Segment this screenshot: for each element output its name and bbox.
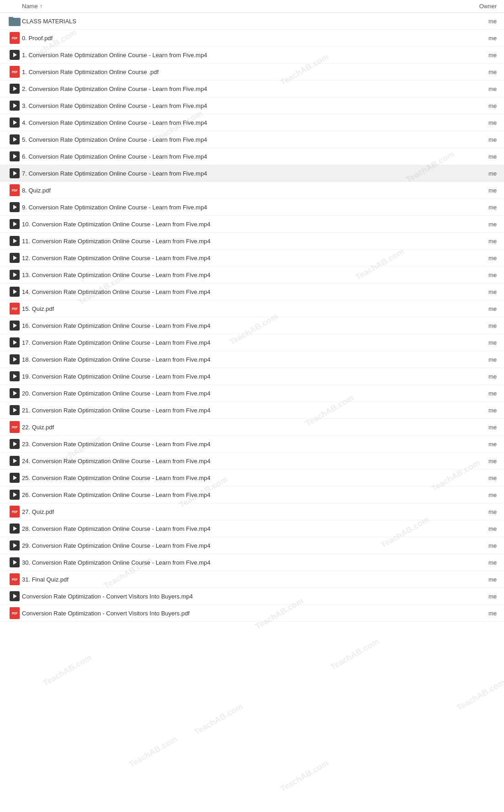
list-item[interactable]: 6. Conversion Rate Optimization Online C… (0, 148, 504, 165)
list-item[interactable]: 20. Conversion Rate Optimization Online … (0, 385, 504, 402)
list-item[interactable]: 25. Conversion Rate Optimization Online … (0, 470, 504, 486)
file-name: 17. Conversion Rate Optimization Online … (22, 339, 460, 346)
owner-cell: me (460, 18, 497, 25)
list-item[interactable]: 13. Conversion Rate Optimization Online … (0, 267, 504, 283)
file-name: 13. Conversion Rate Optimization Online … (22, 272, 460, 278)
video-icon (7, 219, 22, 229)
list-item[interactable]: 11. Conversion Rate Optimization Online … (0, 233, 504, 250)
owner-cell: me (460, 491, 497, 498)
list-item[interactable]: PDF15. Quiz.pdfme (0, 300, 504, 317)
list-item[interactable]: Conversion Rate Optimization - Convert V… (0, 588, 504, 605)
list-item[interactable]: 30. Conversion Rate Optimization Online … (0, 554, 504, 571)
owner-cell: me (460, 102, 497, 109)
list-item[interactable]: 2. Conversion Rate Optimization Online C… (0, 80, 504, 97)
list-item[interactable]: 5. Conversion Rate Optimization Online C… (0, 131, 504, 148)
file-name: Conversion Rate Optimization - Convert V… (22, 610, 460, 617)
video-icon (7, 253, 22, 263)
video-icon (7, 524, 22, 534)
list-item[interactable]: CLASS MATERIALSme (0, 13, 504, 30)
owner-cell: me (460, 424, 497, 431)
list-item[interactable]: 21. Conversion Rate Optimization Online … (0, 402, 504, 419)
list-item[interactable]: PDF27. Quiz.pdfme (0, 503, 504, 520)
pdf-icon: PDF (7, 184, 22, 196)
list-item[interactable]: 19. Conversion Rate Optimization Online … (0, 368, 504, 385)
owner-cell: me (460, 35, 497, 42)
list-item[interactable]: 26. Conversion Rate Optimization Online … (0, 486, 504, 503)
file-name: 21. Conversion Rate Optimization Online … (22, 407, 460, 414)
list-item[interactable]: 14. Conversion Rate Optimization Online … (0, 283, 504, 300)
file-name: 28. Conversion Rate Optimization Online … (22, 525, 460, 532)
list-item[interactable]: PDF31. Final Quiz.pdfme (0, 571, 504, 588)
list-item[interactable]: 24. Conversion Rate Optimization Online … (0, 453, 504, 470)
list-item[interactable]: PDF0. Proof.pdfme (0, 30, 504, 47)
list-item[interactable]: 9. Conversion Rate Optimization Online C… (0, 199, 504, 216)
list-item[interactable]: 16. Conversion Rate Optimization Online … (0, 317, 504, 334)
sort-arrow-icon[interactable]: ↑ (40, 3, 42, 10)
video-icon (7, 151, 22, 161)
file-name: 15. Quiz.pdf (22, 305, 460, 312)
file-name: 10. Conversion Rate Optimization Online … (22, 221, 460, 228)
file-name: Conversion Rate Optimization - Convert V… (22, 593, 460, 600)
owner-cell: me (460, 69, 497, 75)
file-name: 29. Conversion Rate Optimization Online … (22, 542, 460, 549)
owner-cell: me (460, 119, 497, 126)
owner-cell: me (460, 475, 497, 481)
list-item[interactable]: 28. Conversion Rate Optimization Online … (0, 520, 504, 537)
list-item[interactable]: PDF8. Quiz.pdfme (0, 182, 504, 199)
owner-cell: me (460, 204, 497, 211)
file-name: 25. Conversion Rate Optimization Online … (22, 475, 460, 481)
list-item[interactable]: 17. Conversion Rate Optimization Online … (0, 334, 504, 351)
header-name-label: Name (22, 3, 38, 10)
file-name: 11. Conversion Rate Optimization Online … (22, 238, 460, 245)
file-name: 0. Proof.pdf (22, 35, 460, 42)
file-name: 14. Conversion Rate Optimization Online … (22, 288, 460, 295)
file-name: 16. Conversion Rate Optimization Online … (22, 322, 460, 329)
list-item[interactable]: 12. Conversion Rate Optimization Online … (0, 250, 504, 267)
header-name[interactable]: Name ↑ (22, 3, 460, 10)
owner-cell: me (460, 407, 497, 414)
file-name: 23. Conversion Rate Optimization Online … (22, 441, 460, 448)
video-icon (7, 321, 22, 331)
pdf-icon: PDF (7, 421, 22, 433)
list-item[interactable]: 10. Conversion Rate Optimization Online … (0, 216, 504, 233)
file-name: 1. Conversion Rate Optimization Online C… (22, 69, 460, 75)
list-item[interactable]: PDF22. Quiz.pdfme (0, 419, 504, 436)
list-item[interactable]: 4. Conversion Rate Optimization Online C… (0, 114, 504, 131)
file-name: 30. Conversion Rate Optimization Online … (22, 559, 460, 566)
owner-cell: me (460, 576, 497, 583)
owner-cell: me (460, 559, 497, 566)
owner-cell: me (460, 272, 497, 278)
folder-icon (7, 16, 22, 26)
owner-cell: me (460, 525, 497, 532)
svg-rect-2 (9, 17, 13, 19)
owner-cell: me (460, 508, 497, 515)
owner-cell: me (460, 85, 497, 92)
list-item[interactable]: 7. Conversion Rate Optimization Online C… (0, 165, 504, 182)
owner-cell: me (460, 221, 497, 228)
list-item[interactable]: PDFConversion Rate Optimization - Conver… (0, 605, 504, 622)
video-icon (7, 118, 22, 128)
owner-cell: me (460, 136, 497, 143)
header-owner: Owner (460, 3, 497, 10)
list-item[interactable]: 3. Conversion Rate Optimization Online C… (0, 97, 504, 114)
video-icon (7, 540, 22, 550)
list-item[interactable]: 18. Conversion Rate Optimization Online … (0, 351, 504, 368)
file-name: 18. Conversion Rate Optimization Online … (22, 356, 460, 363)
video-icon (7, 473, 22, 483)
video-icon (7, 84, 22, 94)
owner-cell: me (460, 390, 497, 397)
owner-cell: me (460, 458, 497, 465)
file-name: 6. Conversion Rate Optimization Online C… (22, 153, 460, 160)
list-item[interactable]: PDF1. Conversion Rate Optimization Onlin… (0, 64, 504, 80)
file-name: 12. Conversion Rate Optimization Online … (22, 255, 460, 262)
list-item[interactable]: 1. Conversion Rate Optimization Online C… (0, 47, 504, 64)
file-name: 9. Conversion Rate Optimization Online C… (22, 204, 460, 211)
list-item[interactable]: 29. Conversion Rate Optimization Online … (0, 537, 504, 554)
video-icon (7, 168, 22, 178)
list-item[interactable]: 23. Conversion Rate Optimization Online … (0, 436, 504, 453)
video-icon (7, 371, 22, 381)
video-icon (7, 354, 22, 364)
owner-cell: me (460, 153, 497, 160)
file-name: 26. Conversion Rate Optimization Online … (22, 491, 460, 498)
owner-cell: me (460, 255, 497, 262)
